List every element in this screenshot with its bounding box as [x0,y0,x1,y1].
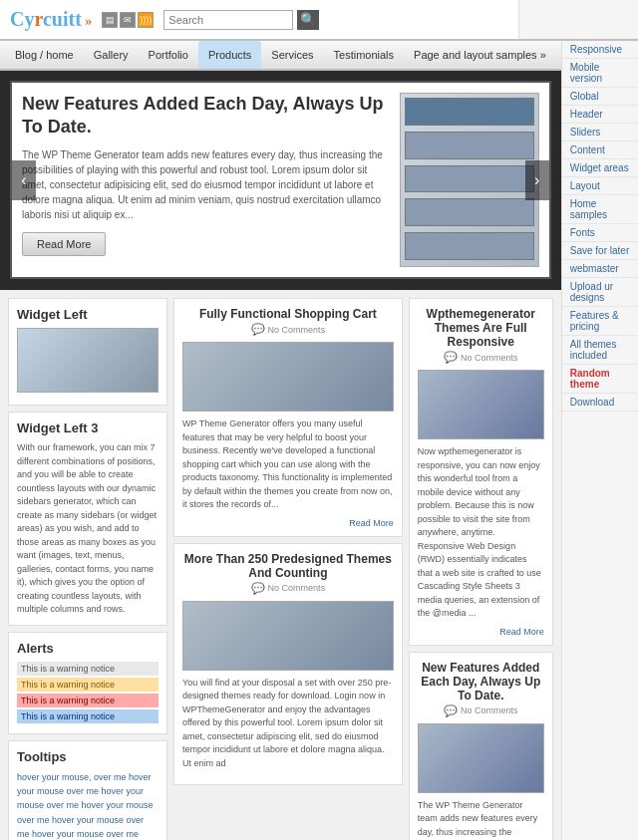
alert-items: This is a warning noticeThis is a warnin… [17,662,159,723]
right-link-sliders[interactable]: Sliders [562,124,638,141]
slide-body: The WP Theme Generator team adds new fea… [22,147,390,222]
post-read-more-0[interactable]: Read More [182,518,394,528]
alerts-title: Alerts [17,641,159,656]
post-image-0 [182,342,394,412]
right-post-image-0 [418,370,544,439]
right-post-comments-0: 💬 No Comments [418,351,544,364]
rss-icon-1[interactable]: ▤ [102,12,118,28]
slide-read-more-button[interactable]: Read More [22,232,106,256]
right-link-save-for-later[interactable]: Save for later [562,242,638,260]
right-comment-icon-0: 💬 [444,351,458,364]
alert-item-0: This is a warning notice [17,662,159,676]
right-link-content[interactable]: Content [562,141,638,159]
tooltips-title: Tooltips [17,749,159,764]
center-post-0: Fully Functional Shopping Cart 💬 No Comm… [173,298,403,537]
right-link-random-theme[interactable]: Random theme [562,365,638,394]
nav-item-portfolio[interactable]: Portfolio [139,41,198,69]
alert-item-3: This is a warning notice [17,709,159,723]
slide-text: New Features Added Each Day, Always Up T… [22,93,390,267]
center-posts: Fully Functional Shopping Cart 💬 No Comm… [173,298,403,791]
comment-icon-1: 💬 [251,582,265,595]
right-link-layout[interactable]: Layout [562,177,638,195]
right-sidebar-links: ResponsiveMobile versionGlobalHeaderSlid… [562,41,638,412]
rss-icon-2[interactable]: ✉ [120,12,136,28]
slideshow-next-button[interactable]: › [525,160,549,200]
slideshow-area: ‹ New Features Added Each Day, Always Up… [0,71,561,290]
slideshow-prev-button[interactable]: ‹ [12,160,36,200]
nav-item-products[interactable]: Products [198,41,261,69]
rss-icons-area: ▤ ✉ )))) [102,12,154,28]
slide-thumb-1 [405,98,534,126]
site-layout: Blog / homeGalleryPortfolioProductsServi… [0,41,638,840]
right-post-read-more-0[interactable]: Read More [418,627,544,637]
post-title-0: Fully Functional Shopping Cart [182,307,394,321]
slide-container: New Features Added Each Day, Always Up T… [10,81,551,279]
content-area: Widget Left Widget Left 3 With our frame… [0,290,561,840]
right-link-responsive[interactable]: Responsive [562,41,638,59]
right-link-webmaster[interactable]: webmaster [562,260,638,278]
tooltips-box: Tooltips hover your mouse, over me hover… [8,740,167,841]
site-main: Blog / homeGalleryPortfolioProductsServi… [0,41,561,840]
right-link-mobile-version[interactable]: Mobile version [562,59,638,88]
right-post-comments-1: 💬 No Comments [418,704,544,717]
nav-item-services[interactable]: Services [261,41,323,69]
right-link-features---pricing[interactable]: Features & pricing [562,307,638,336]
slide-image [400,93,539,267]
widget-left-2: Widget Left 3 With our framework, you ca… [8,412,167,626]
post-comments-1: 💬 No Comments [182,582,394,595]
right-link-home-samples[interactable]: Home samples [562,195,638,224]
right-link-all-themes-included[interactable]: All themes included [562,336,638,365]
post-body-1: You will find at your disposal a set wit… [182,677,394,771]
right-post-image-1 [418,723,544,793]
slide-thumb-2 [405,132,534,159]
nav-item-testimonials[interactable]: Testimonials [324,41,405,69]
slide-thumb-3 [405,165,534,193]
comment-icon-0: 💬 [251,323,265,336]
widget-left-1-image [17,328,159,393]
widget-left-2-title: Widget Left 3 [17,420,159,435]
right-link-widget-areas[interactable]: Widget areas [562,159,638,177]
right-panel-header [518,0,638,39]
center-post-1: More Than 250 Predesigned Themes And Cou… [173,543,403,786]
right-link-global[interactable]: Global [562,88,638,106]
right-link-upload-ur-designs[interactable]: Upload ur designs [562,278,638,307]
left-widgets: Widget Left Widget Left 3 With our frame… [8,298,167,840]
nav-item-blog---home[interactable]: Blog / home [5,41,84,69]
right-posts-inner: Wpthemegenerator Themes Are Full Respons… [409,298,553,840]
logo[interactable]: Cyrcuitt » [10,8,92,31]
three-col-layout: Widget Left Widget Left 3 With our frame… [8,298,553,840]
search-button[interactable]: 🔍 [297,10,319,30]
right-link-header[interactable]: Header [562,106,638,124]
right-comment-icon-1: 💬 [444,704,458,717]
right-link-download[interactable]: Download [562,394,638,412]
alert-item-1: This is a warning notice [17,678,159,692]
slide-thumbnail [400,93,539,267]
post-body-0: WP Theme Generator offers you many usefu… [182,418,394,512]
widget-left-1-title: Widget Left [17,307,159,322]
widget-left-1: Widget Left [8,298,167,406]
navigation-bar: Blog / homeGalleryPortfolioProductsServi… [0,41,561,71]
alerts-box: Alerts This is a warning noticeThis is a… [8,632,167,734]
nav-item-gallery[interactable]: Gallery [84,41,139,69]
slide-title: New Features Added Each Day, Always Up T… [22,93,390,140]
tooltips-text[interactable]: hover your mouse, over me hover your mou… [17,770,159,841]
page-header: Cyrcuitt » ▤ ✉ )))) 🔍 [0,0,638,41]
right-post-body-0: Now wpthemegenerator is responsive, you … [418,445,544,621]
search-input[interactable] [163,10,293,30]
right-post-1: New Features Added Each Day, Always Up T… [409,652,553,841]
widget-left-2-text: With our framework, you can mix 7 differ… [17,441,159,617]
right-link-fonts[interactable]: Fonts [562,224,638,242]
alert-item-2: This is a warning notice [17,694,159,707]
nav-item-page-and-layout-samples--[interactable]: Page and layout samples » [404,41,556,69]
right-post-body-1: The WP Theme Generator team adds new fea… [418,799,544,841]
post-comments-0: 💬 No Comments [182,323,394,336]
right-post-title-1: New Features Added Each Day, Always Up T… [418,661,544,702]
rss-icon-3[interactable]: )))) [138,12,154,28]
right-post-0: Wpthemegenerator Themes Are Full Respons… [409,298,553,646]
right-column: Wpthemegenerator Themes Are Full Respons… [409,298,553,840]
slide-thumb-4 [405,198,534,226]
right-sidebar: ResponsiveMobile versionGlobalHeaderSlid… [561,41,638,840]
center-column: Fully Functional Shopping Cart 💬 No Comm… [173,298,403,840]
right-post-title-0: Wpthemegenerator Themes Are Full Respons… [418,307,544,349]
slide-thumb-5 [405,232,534,260]
